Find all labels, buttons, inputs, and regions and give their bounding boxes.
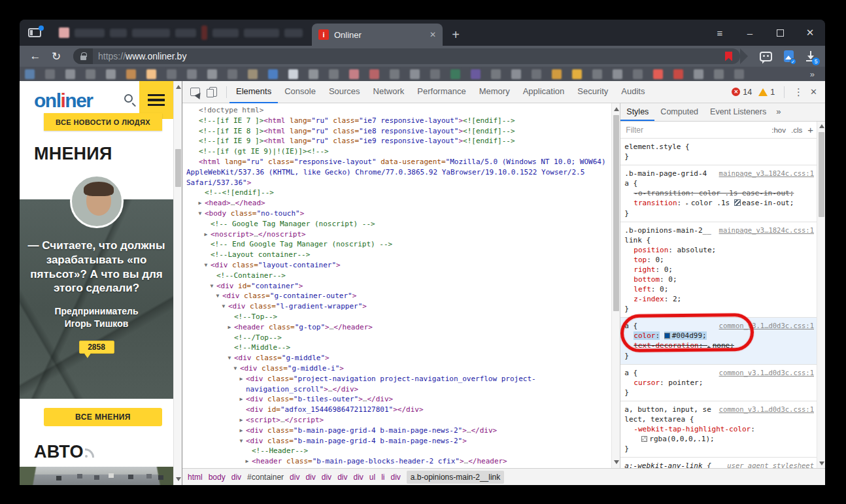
dom-tree-node[interactable]: <!--[if (gt IE 9)|!(IE)]><!--> — [182, 146, 620, 157]
bookmark-favicon[interactable] — [532, 69, 541, 79]
dom-tree-node[interactable]: AppleWebKit/537.36 (KHTML, like Gecko) C… — [182, 167, 620, 178]
color-swatch[interactable] — [664, 333, 670, 339]
stylesheet-source-link[interactable]: common_v3.1…d0d3c.css:1 — [719, 321, 814, 331]
devtools-tab-application[interactable]: Application — [516, 81, 571, 103]
css-selector[interactable]: .b-opinions-main-2__link { — [624, 226, 711, 244]
bookmark-favicon[interactable] — [552, 69, 562, 79]
warning-counter[interactable]: 1 — [758, 88, 775, 97]
collapse-arrow[interactable]: ▼ — [197, 209, 203, 219]
bookmark-favicon[interactable] — [187, 69, 197, 79]
traffic-photo[interactable] — [20, 467, 173, 485]
css-property-value[interactable]: rgba(0,0,0,.1); — [624, 434, 814, 444]
dom-tree-node[interactable]: ▼<div class="layout-container"> — [182, 260, 620, 271]
dom-tree-node[interactable]: ▶<div class="project-navigation project-… — [182, 374, 620, 384]
dom-tree-node[interactable]: <!--[if IE 8 ]><html lang="ru" class="ie… — [182, 126, 620, 137]
bookmark-favicon[interactable] — [673, 69, 683, 79]
bookmark-favicon[interactable] — [45, 69, 55, 79]
devtools-tab-console[interactable]: Console — [278, 81, 322, 103]
devtools-tab-network[interactable]: Network — [367, 81, 411, 103]
bookmark-favicon[interactable] — [106, 69, 116, 79]
stylesheet-source-link[interactable]: mainpage_v3…1824c.css:1 — [719, 226, 814, 235]
css-selector[interactable]: element.style { — [624, 143, 689, 151]
breadcrumb-item[interactable]: div — [337, 473, 347, 482]
dom-tree-node[interactable]: <!--Layout container--> — [182, 250, 620, 260]
css-property[interactable]: transition: ▸color .1s ease-in-out; — [624, 198, 814, 209]
inspect-element-icon[interactable] — [190, 88, 200, 96]
bookmark-favicon[interactable] — [572, 69, 582, 79]
devtools-tab-audits[interactable]: Audits — [615, 81, 651, 103]
expand-arrow[interactable]: ▶ — [203, 229, 209, 240]
breadcrumb-item[interactable]: body — [209, 473, 226, 482]
dom-tree-node[interactable]: <!--Header--> — [182, 446, 620, 456]
address-bar[interactable]: https://www.onliner.by — [73, 48, 740, 64]
devtools-close-icon[interactable]: ✕ — [810, 87, 817, 97]
css-selector[interactable]: a, button, input, select, textarea { — [624, 405, 711, 424]
onliner-logo[interactable]: onliner — [34, 90, 93, 112]
dom-tree-node[interactable]: <!--[if IE 7 ]><html lang="ru" class="ie… — [182, 116, 620, 126]
bookmark-favicon[interactable] — [207, 69, 217, 79]
css-property[interactable]: -o-transition: color .1s ease-in-out; — [624, 188, 814, 198]
close-window-button[interactable]: ✕ — [795, 20, 825, 46]
collapse-arrow[interactable]: ▼ — [214, 291, 221, 301]
bookmark-favicon[interactable] — [25, 69, 35, 79]
bookmark-favicon[interactable] — [369, 69, 379, 79]
devtools-tab-performance[interactable]: Performance — [411, 81, 472, 103]
downloads-icon[interactable]: 5 — [805, 50, 816, 62]
bookmark-favicon[interactable] — [633, 69, 643, 79]
error-counter[interactable]: ✕ 14 — [732, 88, 752, 97]
bookmark-favicon[interactable] — [146, 69, 156, 79]
sidebar-tab-event-listeners[interactable]: Event Listeners — [704, 103, 772, 121]
ssl-lock-chip[interactable] — [73, 48, 93, 64]
dom-tree-node[interactable]: ▶<div class="b-tiles-outer">…</div> — [182, 394, 620, 405]
bookmark-favicon[interactable] — [714, 69, 724, 79]
dom-tree-node[interactable]: <!--Container--> — [182, 271, 620, 281]
expand-arrow[interactable]: ▶ — [238, 374, 245, 384]
dom-tree-node[interactable]: ▼<div class="b-main-page-grid-4 b-main-p… — [182, 436, 620, 446]
css-property[interactable]: position: absolute; — [624, 245, 814, 255]
stylesheet-source-link[interactable]: common_v3.1…d0d3c.css:1 — [719, 405, 814, 414]
stylesheet-source-link[interactable]: mainpage_v3…1824c.css:1 — [719, 169, 814, 178]
bookmarks-overflow-icon[interactable]: » — [810, 69, 820, 79]
dom-tree-node[interactable]: ▶<noscript>…</noscript> — [182, 229, 620, 240]
maximize-button[interactable] — [765, 20, 795, 46]
stylesheet-source-link[interactable]: common_v3.1…d0d3c.css:1 — [719, 368, 814, 378]
expand-arrow[interactable]: ▶ — [238, 426, 245, 436]
new-style-rule-icon[interactable]: + — [807, 124, 813, 135]
dom-tree-node[interactable]: <div id="adfox_154469864721127801"></div… — [182, 405, 620, 415]
cubic-bezier-icon[interactable] — [734, 199, 741, 206]
bookmark-favicon[interactable] — [288, 69, 298, 79]
breadcrumb-item[interactable]: html — [188, 473, 203, 482]
css-selector[interactable]: .b-main-page-grid-4 a { — [624, 169, 707, 188]
color-swatch[interactable] — [641, 436, 647, 442]
bookmark-favicon[interactable] — [329, 69, 339, 79]
bookmark-flag-icon[interactable] — [725, 52, 732, 61]
messenger-icon[interactable] — [760, 52, 772, 61]
styles-scrollbar[interactable] — [817, 122, 825, 468]
breadcrumb-item[interactable]: div — [305, 473, 315, 482]
new-tab-button[interactable]: + — [443, 24, 469, 46]
bookmark-favicon[interactable] — [653, 69, 663, 79]
breadcrumb-item[interactable]: div — [391, 473, 401, 482]
bookmark-favicon[interactable] — [167, 69, 177, 79]
dom-tree-node[interactable]: Safari/537.36"> — [182, 178, 620, 188]
devtools-tab-memory[interactable]: Memory — [473, 81, 516, 103]
dom-tree-node[interactable]: <html lang="ru" class="responsive-layout… — [182, 157, 620, 167]
collapse-arrow[interactable]: ▼ — [238, 436, 245, 446]
bookmark-favicon[interactable] — [248, 69, 258, 79]
css-property[interactable]: bottom: 0; — [624, 275, 814, 284]
comments-count-badge[interactable]: 2858 — [79, 341, 114, 354]
css-property[interactable]: right: 0; — [624, 265, 814, 275]
breadcrumb-item[interactable]: ul — [369, 473, 375, 482]
breadcrumb-item[interactable]: div — [231, 473, 241, 482]
breadcrumb-item[interactable]: #container — [247, 473, 284, 482]
collapse-arrow[interactable]: ▼ — [220, 301, 227, 312]
url-text[interactable]: https://www.onliner.by — [98, 51, 186, 61]
tab-close-icon[interactable]: ✕ — [430, 30, 436, 39]
collapse-arrow[interactable]: ▼ — [203, 260, 209, 271]
css-property[interactable]: -webkit-tap-highlight-color: — [624, 424, 814, 434]
collapse-arrow[interactable]: ▼ — [232, 363, 239, 374]
bookmark-favicon[interactable] — [592, 69, 602, 79]
back-button[interactable]: ← — [26, 48, 44, 65]
css-property[interactable]: top: 0; — [624, 255, 814, 265]
css-property[interactable]: cursor: pointer; — [624, 378, 814, 388]
